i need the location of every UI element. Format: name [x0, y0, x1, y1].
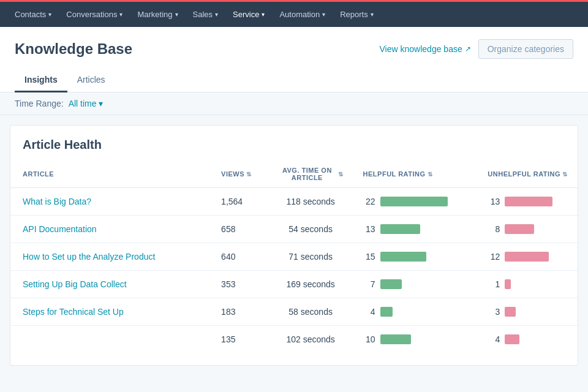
- helpful-bar-container: [380, 279, 402, 289]
- time-range-label: Time Range:: [15, 99, 64, 108]
- article-link[interactable]: What is Big Data?: [23, 197, 91, 206]
- article-health-section: Article Health ARTICLE VIEWS ⇅: [10, 125, 578, 366]
- tab-articles[interactable]: Articles: [67, 69, 115, 92]
- unhelpful-bar-container: [505, 224, 534, 234]
- unhelpful-rating-cell: 4: [475, 326, 578, 353]
- helpful-rating-cell: 15: [351, 243, 476, 271]
- unhelpful-bar: [505, 197, 552, 206]
- helpful-bar-container: [380, 252, 426, 262]
- helpful-rating-number: 13: [363, 224, 375, 234]
- article-link[interactable]: API Documentation: [23, 224, 97, 234]
- view-knowledge-base-link[interactable]: View knowledge base ↗: [380, 44, 471, 54]
- helpful-rating-number: 22: [363, 197, 375, 206]
- views-cell: 1,564: [209, 188, 266, 216]
- unhelpful-rating-number: 12: [488, 252, 500, 262]
- nav-item-conversations[interactable]: Conversations ▾: [59, 1, 130, 28]
- avg-time-cell: 118 seconds: [266, 188, 351, 216]
- avg-time-cell: 169 seconds: [266, 271, 351, 298]
- unhelpful-rating-cell: 1: [475, 271, 578, 298]
- helpful-bar: [380, 224, 420, 234]
- helpful-rating-number: 15: [363, 252, 375, 262]
- avg-time-cell: 71 seconds: [266, 243, 351, 271]
- unhelpful-rating-cell: 8: [475, 216, 578, 243]
- external-link-icon: ↗: [465, 45, 471, 53]
- helpful-rating-cell: 13: [351, 216, 476, 243]
- views-cell: 353: [209, 271, 266, 298]
- helpful-bar: [380, 334, 411, 344]
- page-header: Knowledge Base View knowledge base ↗ Org…: [0, 27, 588, 92]
- tab-insights[interactable]: Insights: [15, 69, 67, 92]
- unhelpful-rating-cell: 13: [475, 188, 578, 216]
- helpful-bar-container: [380, 197, 448, 206]
- article-health-table: ARTICLE VIEWS ⇅ AVG. TIME ON ARTICLE ⇅: [10, 162, 578, 353]
- organize-categories-button[interactable]: Organize categories: [478, 39, 573, 59]
- col-header-helpful-rating[interactable]: HELPFUL RATING ⇅: [351, 162, 476, 188]
- unhelpful-bar: [505, 307, 516, 317]
- nav-item-reports[interactable]: Reports ▾: [333, 1, 381, 28]
- unhelpful-bar-container: [505, 279, 511, 289]
- unhelpful-bar: [505, 224, 534, 234]
- chevron-down-icon: ▾: [48, 11, 51, 18]
- sort-icon: ⇅: [562, 171, 568, 178]
- sort-icon: ⇅: [428, 171, 433, 178]
- unhelpful-rating-number: 3: [488, 307, 500, 317]
- helpful-rating-number: 10: [363, 334, 375, 344]
- unhelpful-rating-number: 1: [488, 279, 500, 289]
- sort-icon: ⇅: [246, 171, 252, 178]
- avg-time-cell: 58 seconds: [266, 298, 351, 326]
- unhelpful-rating-cell: 3: [475, 298, 578, 326]
- nav-item-service[interactable]: Service ▾: [225, 1, 272, 28]
- helpful-rating-number: 7: [363, 279, 375, 289]
- col-header-avg-time[interactable]: AVG. TIME ON ARTICLE ⇅: [266, 162, 351, 188]
- chevron-down-icon: ▾: [175, 11, 178, 18]
- helpful-rating-cell: 10: [351, 326, 476, 353]
- article-link[interactable]: Steps for Technical Set Up: [23, 307, 124, 317]
- nav-item-sales[interactable]: Sales ▾: [186, 1, 226, 28]
- page-title: Knowledge Base: [15, 40, 132, 58]
- views-cell: 640: [209, 243, 266, 271]
- article-link[interactable]: Setting Up Big Data Collect: [23, 279, 127, 289]
- unhelpful-rating-number: 4: [488, 334, 500, 344]
- table-row: Steps for Technical Set Up18358 seconds …: [10, 298, 578, 326]
- nav-item-marketing[interactable]: Marketing ▾: [130, 1, 185, 28]
- unhelpful-bar-container: [505, 307, 516, 317]
- chevron-down-icon: ▾: [99, 99, 103, 108]
- avg-time-cell: 102 seconds: [266, 326, 351, 353]
- helpful-bar-container: [380, 224, 420, 234]
- table-row: API Documentation65854 seconds 13 8: [10, 216, 578, 243]
- section-title: Article Health: [10, 138, 578, 162]
- table-row: Setting Up Big Data Collect353169 second…: [10, 271, 578, 298]
- table-row: 135102 seconds 10 4: [10, 326, 578, 353]
- chevron-down-icon: ▾: [371, 11, 374, 18]
- chevron-down-icon: ▾: [262, 11, 265, 18]
- unhelpful-bar-container: [505, 252, 549, 262]
- tabs: Insights Articles: [15, 69, 573, 92]
- col-header-unhelpful-rating[interactable]: UNHELPFUL RATING ⇅: [475, 162, 578, 188]
- helpful-rating-number: 4: [363, 307, 375, 317]
- helpful-bar: [380, 252, 426, 262]
- helpful-rating-cell: 4: [351, 298, 476, 326]
- helpful-rating-cell: 7: [351, 271, 476, 298]
- sort-icon: ⇅: [338, 171, 344, 178]
- col-header-article: ARTICLE: [10, 162, 209, 188]
- header-actions: View knowledge base ↗ Organize categorie…: [380, 39, 573, 59]
- unhelpful-bar-container: [505, 334, 519, 344]
- unhelpful-rating-cell: 12: [475, 243, 578, 271]
- helpful-bar: [380, 197, 448, 206]
- views-cell: 135: [209, 326, 266, 353]
- chevron-down-icon: ▾: [215, 11, 218, 18]
- helpful-bar-container: [380, 334, 411, 344]
- col-header-views[interactable]: VIEWS ⇅: [209, 162, 266, 188]
- unhelpful-bar: [505, 252, 549, 262]
- article-link[interactable]: How to Set up the Analyze Product: [23, 252, 155, 262]
- views-cell: 183: [209, 298, 266, 326]
- chevron-down-icon: ▾: [119, 11, 123, 18]
- helpful-bar: [380, 279, 402, 289]
- views-cell: 658: [209, 216, 266, 243]
- unhelpful-bar: [505, 279, 511, 289]
- nav-item-contacts[interactable]: Contacts ▾: [7, 1, 59, 28]
- helpful-bar-container: [380, 307, 393, 317]
- nav-item-automation[interactable]: Automation ▾: [272, 1, 333, 28]
- time-range-dropdown[interactable]: All time ▾: [69, 99, 103, 108]
- content-area: Time Range: All time ▾ Article Health AR…: [0, 92, 588, 366]
